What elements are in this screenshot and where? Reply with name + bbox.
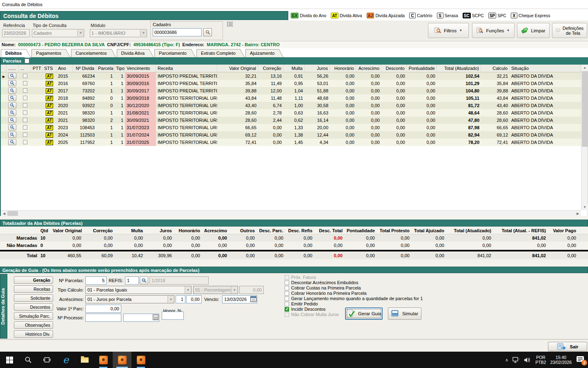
calculator-icon[interactable] (153, 314, 158, 321)
row-checkbox[interactable] (23, 132, 27, 137)
limpar-button[interactable]: Limpar (517, 23, 550, 38)
vertical-scrollbar[interactable]: ▲ ▼ (581, 65, 588, 210)
honor-input[interactable] (162, 312, 184, 320)
scroll-right-icon[interactable]: ▶ (575, 211, 581, 216)
checkbox-box[interactable] (285, 312, 289, 317)
checkbox-box[interactable] (285, 286, 289, 290)
acrescimos-valor-input[interactable]: 0,00 (186, 295, 202, 303)
guide-side-tab[interactable]: Detalhes da Guia (0, 274, 7, 339)
guide-nav-historico-div[interactable]: Histórico Div. (14, 330, 53, 338)
internet-explorer-button[interactable]: e (56, 352, 75, 368)
guide-nav-solicitante[interactable]: Solicitante (14, 294, 53, 302)
tipo-consulta-select[interactable]: Cadastro ▼ (32, 29, 84, 37)
row-magnifier-button[interactable] (8, 117, 16, 123)
app-window-3-button[interactable]: ✹ (131, 352, 150, 368)
tipo-calculo-select[interactable]: 01 - Parcelas Iguais ▼ (85, 286, 192, 294)
guide-nav-simulacao-parc[interactable]: Simulação Parc. (14, 312, 53, 320)
task-view-button[interactable] (38, 352, 56, 368)
tab-cancelamentos[interactable]: Cancelamentos (71, 49, 110, 57)
vscroll-thumb[interactable] (582, 71, 588, 147)
checkbox-cobrar-honorario-na-primeira-parcela[interactable]: Cobrar Honorário na Primeira Parcela (285, 291, 367, 296)
checkbox-nao-cobrar-multa-juros[interactable]: Não Cobrar Multa Juros (285, 312, 339, 317)
checkbox-gerar-lancamento-mesmo-quando-a-quantidade-de-parcelas-for-1[interactable]: Gerar Lançamento mesmo quando a quantida… (285, 296, 423, 301)
row-magnifier-button[interactable] (8, 95, 16, 101)
cadastro-search-button[interactable] (203, 28, 212, 36)
gerar-guia-button[interactable]: Gerar Guia (345, 307, 383, 320)
hscroll-thumb[interactable] (7, 211, 18, 216)
app-window-1-button[interactable]: ✹ (94, 352, 113, 368)
file-explorer-button[interactable] (75, 352, 94, 368)
modulo-select[interactable]: 1 - IMOBILIÁRIO ▼ (90, 29, 147, 37)
row-magnifier-button[interactable] (8, 88, 16, 94)
guide-nav-descontos[interactable]: Descontos (14, 303, 53, 311)
row-checkbox[interactable] (23, 74, 27, 78)
row-checkbox[interactable] (23, 81, 27, 85)
checkbox-prox-fatura[interactable]: Próx. Fatura (285, 275, 316, 280)
acrescimos-qtd-input[interactable]: 1 (176, 295, 185, 303)
scroll-left-icon[interactable]: ◀ (1, 211, 7, 216)
clock[interactable]: 15:4023/02/2026 (550, 355, 572, 365)
guide-nav-observacoes[interactable]: Observações (14, 321, 53, 329)
network-icon[interactable] (512, 357, 520, 363)
definicoes-de-tela-button[interactable]: Definiçõesde Tela (552, 23, 587, 38)
row-magnifier-button[interactable] (8, 102, 16, 108)
tab-extrato-completo[interactable]: Extrato Completo (196, 49, 239, 57)
cadastro-input[interactable]: 000003686 (153, 28, 202, 36)
cell-sts: AT (42, 124, 56, 131)
acrescimos-select[interactable]: 01 - Juros por Parcela ▼ (85, 295, 174, 303)
checkbox-box[interactable] (285, 291, 289, 296)
notification-center-button[interactable]: 2 (576, 355, 586, 364)
row-checkbox[interactable] (23, 88, 27, 93)
funcoes-button[interactable]: Funções ▼ (472, 23, 514, 38)
guide-nav-geracao[interactable]: Geração (14, 276, 53, 284)
checkbox-cobrar-custas-na-primeira-parcela[interactable]: Cobrar Custas na Primeira Parcela (285, 285, 361, 290)
taskbar-search-button[interactable] (19, 352, 38, 368)
row-checkbox[interactable] (23, 118, 27, 122)
referencia-field[interactable]: 23/02/2026 (2, 29, 30, 37)
horizontal-scrollbar[interactable]: ◀ ▶ (1, 210, 581, 216)
checkbox-emitir-pedido[interactable]: Emitir Pedido (285, 301, 318, 306)
language-indicator[interactable]: PORPTB2 (535, 355, 546, 365)
checkbox-box[interactable] (285, 302, 289, 306)
tab-debitos[interactable]: Débitos (1, 49, 25, 57)
checkbox-descontar-acrescimos-embutidos[interactable]: Descontar Acréscimos Embutidos (285, 280, 358, 285)
row-magnifier-button[interactable] (8, 132, 16, 138)
row-magnifier-button[interactable] (8, 139, 16, 145)
tab-divida-ativa[interactable]: Divida Ativa (117, 49, 148, 57)
list-icon[interactable] (227, 22, 233, 27)
sair-button[interactable]: Sair (548, 342, 587, 351)
simular-button[interactable]: Simular (388, 307, 421, 320)
start-button[interactable] (0, 352, 19, 368)
row-magnifier-button[interactable] (8, 73, 16, 79)
valor-parc-input[interactable]: 0,00 (85, 305, 121, 313)
checkbox-box[interactable] (285, 280, 289, 285)
app-window-2-button[interactable]: ✹ (113, 352, 131, 368)
row-checkbox[interactable] (23, 96, 27, 100)
row-checkbox[interactable] (23, 125, 27, 130)
tab-pagamentos[interactable]: Pagamentos (31, 49, 65, 57)
refis-search-button[interactable] (140, 276, 148, 285)
checkbox-box[interactable] (285, 275, 289, 280)
guide-nav-receitas[interactable]: Receitas (14, 285, 53, 293)
checkbox-incidir-descontos[interactable]: Incidir Descontos (285, 307, 325, 312)
tab-parcelamento[interactable]: Parcelamento (154, 49, 190, 57)
filtros-button[interactable]: Filtros ▼ (428, 23, 469, 38)
speaker-icon[interactable] (524, 357, 531, 363)
row-magnifier-button[interactable] (8, 124, 16, 130)
row-checkbox[interactable] (23, 110, 27, 115)
row-checkbox[interactable] (23, 140, 27, 144)
row-checkbox[interactable] (23, 103, 27, 108)
processo-input[interactable] (85, 314, 121, 322)
scroll-down-icon[interactable]: ▼ (581, 204, 588, 210)
refis-input[interactable]: 1 (125, 276, 139, 285)
checkbox-box[interactable] (285, 307, 289, 312)
parcelas-checkbox[interactable] (24, 58, 29, 63)
tab-ajuizamento[interactable]: Ajuizamento (245, 49, 278, 57)
row-magnifier-button[interactable] (8, 110, 16, 116)
calendar-icon[interactable] (250, 296, 256, 303)
tray-chevron-icon[interactable]: ∧ (505, 357, 508, 363)
n-parcelas-input[interactable]: 5 (85, 276, 107, 285)
scroll-up-icon[interactable]: ▲ (581, 65, 588, 71)
row-magnifier-button[interactable] (8, 80, 16, 86)
checkbox-box[interactable] (285, 296, 289, 301)
